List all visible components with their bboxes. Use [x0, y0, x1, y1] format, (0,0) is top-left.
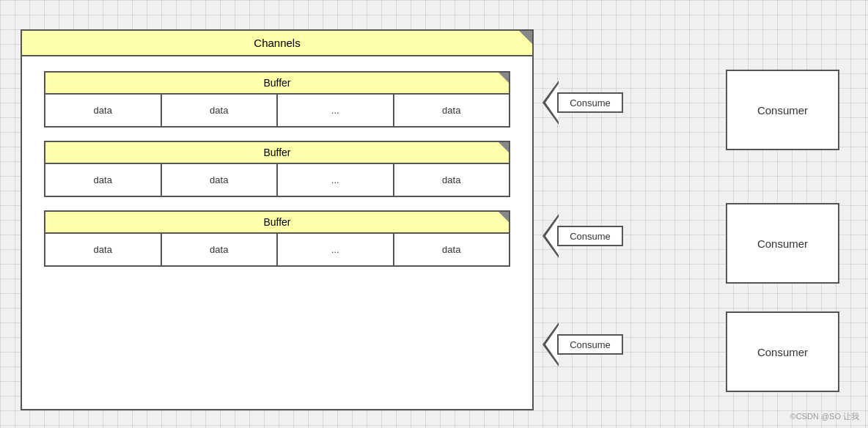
consume-label-3: Consume — [570, 339, 611, 350]
buffer-cell-2-1: data — [162, 164, 279, 196]
buffer-header-2: Buffer — [45, 142, 509, 164]
consume-label-2: Consume — [570, 231, 611, 242]
consume-label-1: Consume — [570, 97, 611, 108]
arrow-shape-1: Consume — [542, 81, 638, 125]
consumer-box-3: Consumer — [726, 311, 839, 392]
arrow-shape-3: Consume — [542, 322, 638, 366]
buffer-cell-3-3: data — [394, 234, 510, 265]
buffers-area: Buffer data data ... data Buffer data da… — [22, 60, 532, 278]
buffer-cell-1-0: data — [45, 95, 162, 126]
buffer-cell-2-0: data — [45, 164, 162, 196]
consume-arrow-2: Consume — [542, 214, 638, 258]
buffer-block-3: Buffer data data ... data — [44, 210, 510, 267]
arrow-shape-2: Consume — [542, 214, 638, 258]
buffer-cell-1-1: data — [162, 95, 279, 126]
buffer-block-2: Buffer data data ... data — [44, 141, 510, 197]
consumer-box-2: Consumer — [726, 203, 839, 284]
buffer-cell-3-0: data — [45, 234, 162, 265]
buffer-cell-2-2: ... — [278, 164, 394, 196]
consumer-label-1: Consumer — [757, 104, 808, 117]
consume-arrow-1: Consume — [542, 81, 638, 125]
consume-arrow-3: Consume — [542, 322, 638, 366]
buffer-header-3: Buffer — [45, 212, 509, 234]
buffer-header-1: Buffer — [45, 73, 509, 95]
channels-header: Channels — [22, 31, 532, 56]
watermark: ©CSDN @SO 让我 — [790, 411, 859, 422]
channels-container: Channels Buffer data data ... data Buffe… — [21, 29, 534, 410]
buffer-cells-2: data data ... data — [45, 164, 509, 196]
buffer-block-1: Buffer data data ... data — [44, 71, 510, 128]
buffer-cell-2-3: data — [394, 164, 510, 196]
buffer-cell-1-3: data — [394, 95, 510, 126]
consumer-box-1: Consumer — [726, 70, 839, 150]
consumer-label-2: Consumer — [757, 237, 808, 250]
buffer-label-1: Buffer — [263, 77, 290, 89]
buffer-cell-1-2: ... — [278, 95, 394, 126]
buffer-cells-1: data data ... data — [45, 95, 509, 126]
buffer-cell-3-2: ... — [278, 234, 394, 265]
buffer-cells-3: data data ... data — [45, 234, 509, 265]
buffer-label-2: Buffer — [263, 147, 290, 158]
buffer-cell-3-1: data — [162, 234, 279, 265]
buffer-label-3: Buffer — [263, 216, 290, 228]
consumer-label-3: Consumer — [757, 346, 808, 358]
channels-title: Channels — [254, 37, 300, 49]
